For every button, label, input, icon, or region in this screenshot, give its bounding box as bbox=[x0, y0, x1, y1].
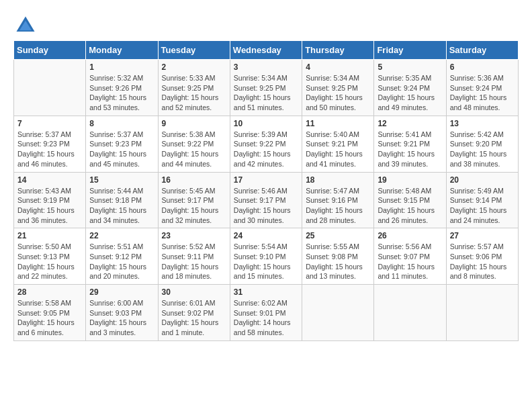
cell-content: Sunrise: 5:37 AM Sunset: 9:23 PM Dayligh… bbox=[17, 130, 82, 169]
day-number: 2 bbox=[162, 62, 226, 72]
cell-content: Sunrise: 5:51 AM Sunset: 9:12 PM Dayligh… bbox=[89, 242, 154, 281]
week-row-1: 7Sunrise: 5:37 AM Sunset: 9:23 PM Daylig… bbox=[14, 116, 519, 172]
week-row-0: 1Sunrise: 5:32 AM Sunset: 9:26 PM Daylig… bbox=[14, 60, 519, 116]
cell-content: Sunrise: 5:40 AM Sunset: 9:21 PM Dayligh… bbox=[306, 130, 370, 169]
calendar-cell: 3Sunrise: 5:34 AM Sunset: 9:25 PM Daylig… bbox=[230, 60, 302, 116]
calendar-cell: 16Sunrise: 5:45 AM Sunset: 9:17 PM Dayli… bbox=[158, 172, 230, 228]
day-number: 12 bbox=[378, 119, 442, 128]
day-number: 29 bbox=[89, 287, 154, 297]
day-number: 5 bbox=[378, 62, 442, 72]
cell-content: Sunrise: 5:42 AM Sunset: 9:20 PM Dayligh… bbox=[450, 130, 515, 169]
calendar-cell: 10Sunrise: 5:39 AM Sunset: 9:22 PM Dayli… bbox=[230, 116, 302, 172]
calendar-cell: 28Sunrise: 5:58 AM Sunset: 9:05 PM Dayli… bbox=[14, 285, 86, 341]
day-number: 4 bbox=[306, 62, 370, 72]
calendar-cell: 27Sunrise: 5:57 AM Sunset: 9:06 PM Dayli… bbox=[446, 228, 518, 285]
cell-content: Sunrise: 6:02 AM Sunset: 9:01 PM Dayligh… bbox=[234, 298, 298, 338]
cell-content: Sunrise: 5:34 AM Sunset: 9:25 PM Dayligh… bbox=[234, 73, 298, 113]
cell-content: Sunrise: 5:47 AM Sunset: 9:16 PM Dayligh… bbox=[306, 186, 370, 226]
day-number: 22 bbox=[89, 231, 154, 240]
cell-content: Sunrise: 5:44 AM Sunset: 9:18 PM Dayligh… bbox=[89, 186, 154, 226]
calendar-cell: 11Sunrise: 5:40 AM Sunset: 9:21 PM Dayli… bbox=[302, 116, 374, 172]
day-number: 7 bbox=[17, 119, 82, 128]
day-number: 24 bbox=[234, 231, 298, 240]
week-row-2: 14Sunrise: 5:43 AM Sunset: 9:19 PM Dayli… bbox=[14, 172, 519, 228]
day-number: 9 bbox=[162, 119, 226, 128]
cell-content: Sunrise: 6:00 AM Sunset: 9:03 PM Dayligh… bbox=[89, 298, 154, 338]
calendar-cell: 15Sunrise: 5:44 AM Sunset: 9:18 PM Dayli… bbox=[86, 172, 158, 228]
cell-content: Sunrise: 5:57 AM Sunset: 9:06 PM Dayligh… bbox=[450, 242, 515, 281]
calendar-cell: 9Sunrise: 5:38 AM Sunset: 9:22 PM Daylig… bbox=[158, 116, 230, 172]
cell-content: Sunrise: 5:56 AM Sunset: 9:07 PM Dayligh… bbox=[378, 242, 442, 281]
calendar-cell: 30Sunrise: 6:01 AM Sunset: 9:02 PM Dayli… bbox=[158, 285, 230, 341]
calendar-header: SundayMondayTuesdayWednesdayThursdayFrid… bbox=[14, 41, 519, 60]
cell-content: Sunrise: 5:34 AM Sunset: 9:25 PM Dayligh… bbox=[306, 73, 370, 113]
day-number: 30 bbox=[162, 287, 226, 297]
day-number: 11 bbox=[306, 119, 370, 128]
logo bbox=[13, 13, 40, 38]
day-number: 23 bbox=[162, 231, 226, 240]
calendar-cell: 23Sunrise: 5:52 AM Sunset: 9:11 PM Dayli… bbox=[158, 228, 230, 285]
calendar-cell: 14Sunrise: 5:43 AM Sunset: 9:19 PM Dayli… bbox=[14, 172, 86, 228]
day-number: 19 bbox=[378, 175, 442, 185]
day-number: 18 bbox=[306, 175, 370, 185]
calendar-cell: 20Sunrise: 5:49 AM Sunset: 9:14 PM Dayli… bbox=[446, 172, 518, 228]
day-number: 6 bbox=[450, 62, 515, 72]
calendar-cell: 18Sunrise: 5:47 AM Sunset: 9:16 PM Dayli… bbox=[302, 172, 374, 228]
day-number: 16 bbox=[162, 175, 226, 185]
cell-content: Sunrise: 5:36 AM Sunset: 9:24 PM Dayligh… bbox=[450, 73, 515, 113]
cell-content: Sunrise: 5:41 AM Sunset: 9:21 PM Dayligh… bbox=[378, 130, 442, 169]
day-number: 20 bbox=[450, 175, 515, 185]
day-header-friday: Friday bbox=[374, 41, 446, 60]
cell-content: Sunrise: 5:46 AM Sunset: 9:17 PM Dayligh… bbox=[234, 186, 298, 226]
calendar-cell bbox=[446, 285, 518, 341]
cell-content: Sunrise: 5:58 AM Sunset: 9:05 PM Dayligh… bbox=[17, 298, 82, 338]
cell-content: Sunrise: 6:01 AM Sunset: 9:02 PM Dayligh… bbox=[162, 298, 226, 338]
day-header-saturday: Saturday bbox=[446, 41, 518, 60]
cell-content: Sunrise: 5:38 AM Sunset: 9:22 PM Dayligh… bbox=[162, 130, 226, 169]
calendar-cell: 8Sunrise: 5:37 AM Sunset: 9:23 PM Daylig… bbox=[86, 116, 158, 172]
calendar-cell: 19Sunrise: 5:48 AM Sunset: 9:15 PM Dayli… bbox=[374, 172, 446, 228]
calendar-cell: 12Sunrise: 5:41 AM Sunset: 9:21 PM Dayli… bbox=[374, 116, 446, 172]
calendar-cell: 13Sunrise: 5:42 AM Sunset: 9:20 PM Dayli… bbox=[446, 116, 518, 172]
cell-content: Sunrise: 5:54 AM Sunset: 9:10 PM Dayligh… bbox=[234, 242, 298, 281]
day-number: 8 bbox=[89, 119, 154, 128]
cell-content: Sunrise: 5:37 AM Sunset: 9:23 PM Dayligh… bbox=[89, 130, 154, 169]
calendar-table: SundayMondayTuesdayWednesdayThursdayFrid… bbox=[13, 40, 519, 341]
calendar-cell: 2Sunrise: 5:33 AM Sunset: 9:25 PM Daylig… bbox=[158, 60, 230, 116]
calendar-cell: 26Sunrise: 5:56 AM Sunset: 9:07 PM Dayli… bbox=[374, 228, 446, 285]
header-row: SundayMondayTuesdayWednesdayThursdayFrid… bbox=[14, 41, 519, 60]
day-number: 10 bbox=[234, 119, 298, 128]
calendar-cell bbox=[374, 285, 446, 341]
calendar-cell: 25Sunrise: 5:55 AM Sunset: 9:08 PM Dayli… bbox=[302, 228, 374, 285]
day-header-thursday: Thursday bbox=[302, 41, 374, 60]
day-number: 31 bbox=[234, 287, 298, 297]
calendar-cell: 4Sunrise: 5:34 AM Sunset: 9:25 PM Daylig… bbox=[302, 60, 374, 116]
day-number: 28 bbox=[17, 287, 82, 297]
calendar-cell: 29Sunrise: 6:00 AM Sunset: 9:03 PM Dayli… bbox=[86, 285, 158, 341]
day-number: 14 bbox=[17, 175, 82, 185]
cell-content: Sunrise: 5:35 AM Sunset: 9:24 PM Dayligh… bbox=[378, 73, 442, 113]
calendar-cell: 31Sunrise: 6:02 AM Sunset: 9:01 PM Dayli… bbox=[230, 285, 302, 341]
day-number: 15 bbox=[89, 175, 154, 185]
day-number: 3 bbox=[234, 62, 298, 72]
week-row-4: 28Sunrise: 5:58 AM Sunset: 9:05 PM Dayli… bbox=[14, 285, 519, 341]
day-number: 26 bbox=[378, 231, 442, 240]
day-number: 21 bbox=[17, 231, 82, 240]
cell-content: Sunrise: 5:49 AM Sunset: 9:14 PM Dayligh… bbox=[450, 186, 515, 226]
cell-content: Sunrise: 5:48 AM Sunset: 9:15 PM Dayligh… bbox=[378, 186, 442, 226]
cell-content: Sunrise: 5:39 AM Sunset: 9:22 PM Dayligh… bbox=[234, 130, 298, 169]
cell-content: Sunrise: 5:55 AM Sunset: 9:08 PM Dayligh… bbox=[306, 242, 370, 281]
logo-icon bbox=[13, 13, 38, 38]
calendar-cell bbox=[14, 60, 86, 116]
day-header-tuesday: Tuesday bbox=[158, 41, 230, 60]
cell-content: Sunrise: 5:43 AM Sunset: 9:19 PM Dayligh… bbox=[17, 186, 82, 226]
day-number: 17 bbox=[234, 175, 298, 185]
cell-content: Sunrise: 5:52 AM Sunset: 9:11 PM Dayligh… bbox=[162, 242, 226, 281]
calendar-cell: 6Sunrise: 5:36 AM Sunset: 9:24 PM Daylig… bbox=[446, 60, 518, 116]
day-number: 27 bbox=[450, 231, 515, 240]
calendar-cell: 21Sunrise: 5:50 AM Sunset: 9:13 PM Dayli… bbox=[14, 228, 86, 285]
calendar-cell: 17Sunrise: 5:46 AM Sunset: 9:17 PM Dayli… bbox=[230, 172, 302, 228]
calendar-cell: 22Sunrise: 5:51 AM Sunset: 9:12 PM Dayli… bbox=[86, 228, 158, 285]
cell-content: Sunrise: 5:45 AM Sunset: 9:17 PM Dayligh… bbox=[162, 186, 226, 226]
calendar-cell: 1Sunrise: 5:32 AM Sunset: 9:26 PM Daylig… bbox=[86, 60, 158, 116]
